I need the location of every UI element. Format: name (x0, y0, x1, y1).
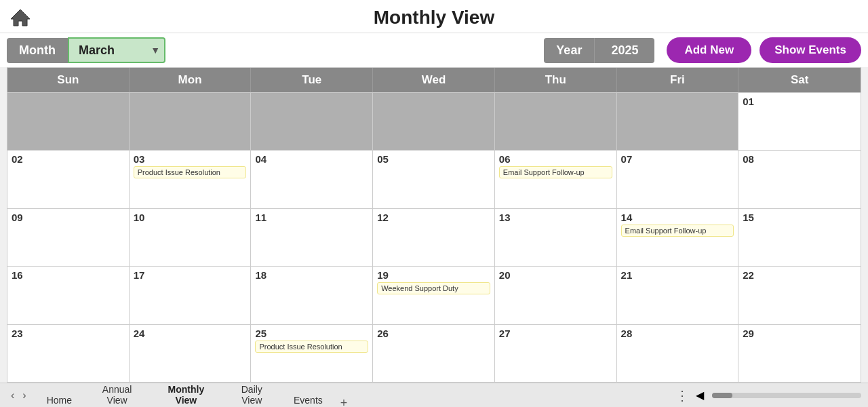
event-pill[interactable]: Product Issue Resolution (255, 341, 368, 353)
cell-date: 21 (621, 269, 734, 281)
calendar-cell[interactable] (130, 93, 252, 150)
calendar-row: 16171819Weekend Support Duty202122 (7, 266, 861, 324)
calendar-cell[interactable] (495, 93, 617, 150)
calendar-cell[interactable]: 21 (617, 267, 739, 324)
calendar-cell[interactable]: 05 (373, 151, 495, 208)
cell-date: 29 (743, 328, 856, 339)
bottom-nav: ‹ › Home Annual View Monthly View Daily … (0, 383, 868, 407)
cell-date: 19 (377, 269, 490, 281)
scroll-thumb (712, 393, 732, 398)
calendar-cell[interactable]: 01 (738, 93, 861, 150)
tab-home[interactable]: Home (35, 391, 84, 407)
event-pill[interactable]: Email Support Follow-up (499, 166, 612, 178)
show-events-button[interactable]: Show Events (760, 37, 861, 63)
tab-annual-view[interactable]: Annual View (84, 380, 150, 407)
calendar-cell[interactable]: 02 (7, 151, 130, 208)
calendar-cell[interactable]: 15 (738, 209, 861, 266)
cell-date: 03 (134, 153, 247, 165)
calendar-cell[interactable]: 13 (495, 209, 617, 266)
calendar-cell[interactable]: 27 (495, 325, 617, 382)
cell-date: 17 (134, 269, 247, 281)
cell-date: 14 (621, 212, 734, 223)
add-new-button[interactable]: Add New (667, 37, 751, 63)
nav-prev-button[interactable]: ‹ (7, 388, 18, 403)
calendar-row: 232425Product Issue Resolution26272829 (7, 324, 861, 382)
cell-date: 15 (743, 212, 856, 223)
calendar-cell[interactable]: 25Product Issue Resolution (251, 325, 373, 382)
day-header-mon: Mon (130, 68, 252, 92)
cell-date: 26 (377, 328, 490, 339)
calendar-cell[interactable]: 09 (7, 209, 130, 266)
day-header-fri: Fri (617, 68, 739, 92)
calendar-cell[interactable]: 23 (7, 325, 130, 382)
cell-date: 28 (621, 328, 734, 339)
calendar-cell[interactable]: 20 (495, 267, 617, 324)
cell-date: 08 (743, 153, 856, 165)
cell-date: 23 (12, 328, 125, 339)
tab-monthly-view[interactable]: Monthly View (150, 380, 222, 407)
cell-date: 12 (377, 212, 490, 223)
event-pill[interactable]: Weekend Support Duty (377, 282, 490, 294)
calendar-row: 0203Product Issue Resolution040506Email … (7, 150, 861, 208)
calendar-cell[interactable]: 06Email Support Follow-up (495, 151, 617, 208)
nav-tabs: Home Annual View Monthly View Daily View… (35, 380, 353, 407)
cell-date: 02 (12, 153, 125, 165)
calendar-grid: 010203Product Issue Resolution040506Emai… (7, 92, 861, 382)
calendar-cell[interactable]: 14Email Support Follow-up (617, 209, 739, 266)
event-pill[interactable]: Product Issue Resolution (134, 166, 247, 178)
calendar-cell[interactable]: 22 (738, 267, 861, 324)
calendar-cell[interactable]: 24 (130, 325, 252, 382)
calendar-cell[interactable]: 17 (130, 267, 252, 324)
calendar-cell[interactable]: 08 (738, 151, 861, 208)
calendar-cell[interactable]: 26 (373, 325, 495, 382)
calendar-header: Sun Mon Tue Wed Thu Fri Sat (7, 68, 861, 92)
calendar-cell[interactable] (7, 93, 130, 150)
page-title: Monthly View (374, 7, 494, 28)
tab-events[interactable]: Events (281, 391, 335, 407)
home-icon[interactable] (9, 7, 31, 28)
cell-date: 27 (499, 328, 612, 339)
calendar-cell[interactable]: 16 (7, 267, 130, 324)
add-tab-button[interactable]: + (335, 396, 353, 407)
event-pill[interactable]: Email Support Follow-up (621, 225, 734, 237)
cell-date: 25 (255, 328, 368, 339)
cell-date: 04 (255, 153, 368, 165)
month-selector[interactable]: January February March April May June Ju… (68, 37, 165, 63)
calendar-cell[interactable]: 18 (251, 267, 373, 324)
day-header-thu: Thu (495, 68, 617, 92)
month-select[interactable]: January February March April May June Ju… (68, 37, 165, 63)
calendar-cell[interactable] (617, 93, 739, 150)
calendar-cell[interactable]: 07 (617, 151, 739, 208)
calendar-cell[interactable] (373, 93, 495, 150)
day-header-tue: Tue (251, 68, 373, 92)
tab-daily-view[interactable]: Daily View (222, 380, 281, 407)
cell-date: 01 (743, 96, 856, 107)
svg-marker-0 (11, 9, 30, 26)
calendar-cell[interactable]: 03Product Issue Resolution (130, 151, 252, 208)
calendar-cell[interactable]: 12 (373, 209, 495, 266)
day-header-sat: Sat (738, 68, 861, 92)
calendar-cell[interactable]: 11 (251, 209, 373, 266)
cell-date: 22 (743, 269, 856, 281)
cell-date: 24 (134, 328, 247, 339)
scroll-left-icon[interactable]: ◀ (693, 389, 707, 402)
cell-date: 16 (12, 269, 125, 281)
month-label: Month (7, 38, 68, 63)
more-options-icon[interactable]: ⋮ (671, 387, 693, 404)
calendar-cell[interactable]: 04 (251, 151, 373, 208)
cell-date: 09 (12, 212, 125, 223)
calendar-cell[interactable] (251, 93, 373, 150)
year-value: 2025 (594, 38, 654, 63)
calendar: Sun Mon Tue Wed Thu Fri Sat 010203Produc… (7, 67, 861, 383)
calendar-row: 091011121314Email Support Follow-up15 (7, 208, 861, 266)
cell-date: 05 (377, 153, 490, 165)
year-label: Year (544, 38, 594, 63)
toolbar: Month January February March April May J… (0, 33, 868, 67)
scroll-bar[interactable] (712, 393, 861, 398)
header: Monthly View (0, 0, 868, 33)
calendar-cell[interactable]: 29 (738, 325, 861, 382)
nav-next-button[interactable]: › (18, 388, 30, 403)
calendar-cell[interactable]: 19Weekend Support Duty (373, 267, 495, 324)
calendar-cell[interactable]: 28 (617, 325, 739, 382)
calendar-cell[interactable]: 10 (130, 209, 252, 266)
